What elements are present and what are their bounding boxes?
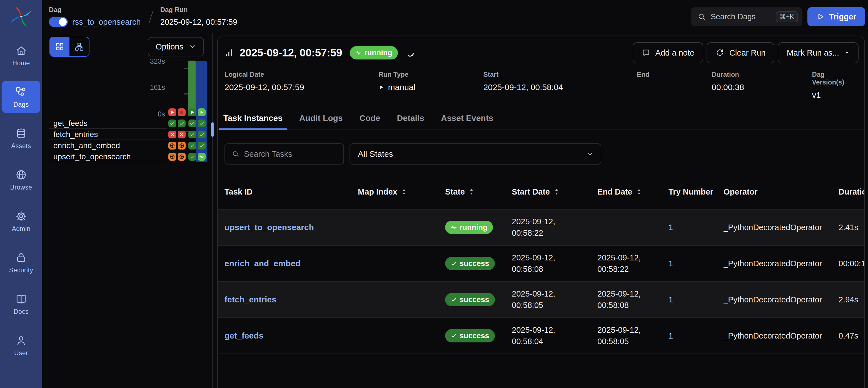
sidebar: HomeDagsAssetsBrowseAdminSecurityDocsUse…	[0, 0, 42, 388]
end-date-cell: 2025-09-12, 00:58:05	[597, 324, 669, 347]
state-cell: success	[445, 257, 512, 270]
clear-run-button[interactable]: Clear Run	[707, 42, 775, 63]
task-state-chip-failed[interactable]	[168, 131, 176, 139]
add-note-label: Add a note	[655, 48, 694, 58]
run-chip-success[interactable]	[188, 109, 196, 116]
grid-task-name[interactable]: enrich_and_embed	[53, 140, 120, 151]
task-state-chip-upstream_failed[interactable]	[168, 142, 176, 150]
meta-label: Start	[484, 70, 637, 79]
task-state-chip-running[interactable]	[198, 153, 206, 161]
task-state-chip-success[interactable]	[168, 120, 176, 127]
search-tasks-input[interactable]	[244, 150, 338, 159]
splitter-grip[interactable]	[211, 122, 214, 137]
search-dags-button[interactable]: Search Dags ⌘+K	[691, 7, 802, 26]
meta-value: manual	[379, 82, 484, 92]
run-chip-failed[interactable]	[178, 109, 186, 116]
task-id-link[interactable]: enrich_and_embed	[224, 259, 300, 268]
tab-code[interactable]: Code	[355, 112, 385, 130]
dag-name-link[interactable]: rss_to_opensearch	[72, 18, 141, 27]
grid-task-name[interactable]: fetch_entries	[53, 129, 98, 140]
task-state-chip-upstream_failed[interactable]	[178, 142, 186, 150]
sort-icon[interactable]	[635, 188, 643, 196]
sidebar-item-browse[interactable]: Browse	[2, 164, 40, 196]
task-state-chip-failed[interactable]	[178, 131, 186, 139]
search-icon	[232, 150, 240, 158]
task-state-chip-success[interactable]	[188, 120, 196, 127]
sort-icon[interactable]	[468, 188, 475, 196]
end-date-cell: 2025-09-12, 00:58:08	[597, 288, 669, 311]
tab-task-instances[interactable]: Task Instances	[219, 112, 287, 130]
run-duration-chart: 323s 161s 0s get_feedsfetch_entriesenric…	[42, 33, 212, 388]
airflow-logo[interactable]	[0, 0, 42, 34]
task-id-link[interactable]: upsert_to_opensearch	[224, 222, 314, 232]
sidebar-item-home[interactable]: Home	[2, 39, 40, 71]
sidebar-item-security[interactable]: Security	[2, 246, 40, 278]
task-state-chip-success[interactable]	[188, 142, 196, 150]
grid-task-name[interactable]: get_feeds	[53, 118, 88, 129]
sidebar-item-admin[interactable]: Admin	[2, 205, 40, 237]
dag-run-panel: 2025-09-12, 00:57:59 running Add a note …	[217, 36, 865, 388]
tab-audit-logs[interactable]: Audit Logs	[295, 112, 347, 130]
table-row[interactable]: enrich_and_embedsuccess2025-09-12, 00:58…	[218, 245, 864, 281]
airflow-app: HomeDagsAssetsBrowseAdminSecurityDocsUse…	[0, 0, 868, 388]
trigger-button[interactable]: Trigger	[807, 7, 865, 26]
task-state-chip-success[interactable]	[188, 153, 196, 161]
try-number-cell: 1	[669, 331, 723, 340]
table-row[interactable]: fetch_entriessuccess2025-09-12, 00:58:05…	[218, 281, 864, 318]
sidebar-item-assets[interactable]: Assets	[2, 122, 40, 154]
panel-splitter[interactable]	[212, 33, 213, 388]
meta-label: Duration	[712, 70, 812, 79]
task-id-link[interactable]: fetch_entries	[224, 295, 276, 304]
task-state-chip-upstream_failed[interactable]	[178, 153, 186, 161]
sort-icon[interactable]	[400, 188, 408, 196]
task-state-chip-success[interactable]	[178, 120, 186, 127]
tab-details[interactable]: Details	[393, 112, 429, 130]
sidebar-item-docs[interactable]: Docs	[2, 288, 40, 320]
column-header-map-index[interactable]: Map Index	[358, 187, 445, 197]
state-badge-success: success	[445, 329, 495, 342]
duration-cell: 0.47s	[839, 331, 864, 340]
task-state-chip-upstream_failed[interactable]	[168, 153, 176, 161]
table-row[interactable]: upsert_to_opensearchrunning2025-09-12, 0…	[218, 209, 864, 245]
table-row[interactable]: get_feedssuccess2025-09-12, 00:58:042025…	[218, 318, 864, 354]
column-header-end-date[interactable]: End Date	[597, 187, 669, 197]
dag-pause-toggle[interactable]	[49, 17, 68, 27]
search-dags-placeholder: Search Dags	[711, 12, 756, 21]
search-tasks-input-wrap	[224, 143, 344, 165]
tab-asset-events[interactable]: Asset Events	[436, 112, 498, 130]
sort-icon[interactable]	[553, 188, 560, 196]
state-cell: running	[445, 221, 512, 234]
row-divider	[49, 162, 167, 162]
sidebar-item-user[interactable]: User	[2, 329, 40, 361]
task-state-chip-success[interactable]	[198, 120, 206, 127]
state-cell: success	[445, 329, 512, 342]
task-id-link[interactable]: get_feeds	[224, 331, 264, 340]
task-state-chip-success[interactable]	[188, 131, 196, 139]
try-number-cell: 1	[669, 259, 723, 268]
grid-task-name[interactable]: upsert_to_opensearch	[53, 151, 131, 162]
meta-label: Dag Version(s)	[812, 70, 859, 86]
state-filter-select[interactable]: All States	[349, 143, 601, 165]
run-meta-end: End	[637, 70, 712, 100]
column-header-state[interactable]: State	[445, 187, 512, 197]
run-chip-running[interactable]	[198, 109, 206, 116]
task-state-chip-success[interactable]	[198, 142, 206, 150]
meta-label: End	[637, 70, 712, 79]
run-duration-bar[interactable]	[188, 61, 196, 116]
column-header-start-date[interactable]: Start Date	[512, 187, 597, 197]
duration-cell: 2.94s	[839, 295, 864, 304]
operator-cell: _PythonDecoratedOperator	[723, 331, 839, 340]
chevron-down-icon	[586, 150, 594, 158]
mark-run-as-button[interactable]: Mark Run as...	[778, 42, 859, 63]
run-title: 2025-09-12, 00:57:59	[240, 47, 342, 59]
sidebar-item-label: Dags	[13, 101, 29, 109]
add-note-button[interactable]: Add a note	[633, 42, 703, 63]
sidebar-item-dags[interactable]: Dags	[2, 81, 40, 113]
clear-run-label: Clear Run	[730, 48, 766, 58]
dag-run-label: Dag Run	[160, 6, 237, 13]
toggle-knob	[59, 18, 67, 26]
task-state-chip-success[interactable]	[198, 131, 206, 139]
meta-value	[637, 82, 712, 92]
run-chip-failed[interactable]	[168, 109, 176, 116]
meta-value: 2025-09-12, 00:58:04	[484, 82, 637, 92]
